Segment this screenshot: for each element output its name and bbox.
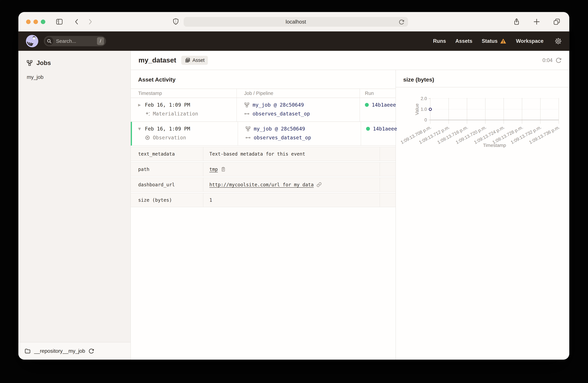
svg-text:1:09:13.720 p.m.: 1:09:13.720 p.m. <box>455 125 487 145</box>
tab-overview-icon[interactable] <box>553 18 561 26</box>
address-bar[interactable]: localhost <box>184 17 408 27</box>
table-row-observation: ▼Feb 16, 1:09 PM Observation <box>131 122 396 146</box>
search-icon <box>45 37 53 45</box>
asset-activity-title: Asset Activity <box>131 70 396 89</box>
metadata-key: path <box>131 162 203 176</box>
asset-tag[interactable]: Asset <box>181 56 208 65</box>
minimize-window-button[interactable] <box>33 20 38 24</box>
event-timestamp: Feb 16, 1:09 PM <box>145 102 190 108</box>
metadata-key: text_metadata <box>131 147 203 161</box>
observation-eye-icon <box>145 135 150 140</box>
materialization-icon <box>145 111 150 117</box>
jobs-sidebar: Jobs my_job __repository__my_job <box>18 51 131 360</box>
new-tab-icon[interactable] <box>533 18 541 26</box>
svg-text:Timestamp: Timestamp <box>483 143 506 148</box>
share-icon[interactable] <box>513 18 521 26</box>
table-row-materialization: ▶Feb 16, 1:09 PM Materialization <box>131 98 396 122</box>
metadata-row-text-metadata: text_metadata Text-based metadata for th… <box>131 147 396 161</box>
external-link-chain-icon[interactable] <box>316 182 322 187</box>
app-header: / Runs Assets Status Workspace <box>18 31 569 51</box>
col-run: Run <box>360 89 396 98</box>
metadata-value: 1 <box>209 197 212 203</box>
event-type: Observation <box>153 135 186 141</box>
svg-text:1:09:13.724 p.m.: 1:09:13.724 p.m. <box>473 125 505 145</box>
asset-tag-label: Asset <box>192 58 205 63</box>
nav-assets[interactable]: Assets <box>455 38 472 44</box>
privacy-shield-icon[interactable] <box>172 18 180 25</box>
size-bytes-chart: 01.02.01:09:13.708 p.m.1:09:13.712 p.m.1… <box>396 87 569 162</box>
metadata-row-path: path tmp <box>131 162 396 177</box>
metadata-value: Text-based metadata for this event <box>209 151 305 157</box>
activity-table-header: Timestamp Job / Pipeline Run <box>131 89 396 98</box>
settings-gear-icon[interactable] <box>555 38 562 45</box>
forward-button[interactable] <box>86 18 94 25</box>
op-icon <box>244 111 250 117</box>
sidebar-item-my-job[interactable]: my_job <box>18 74 130 80</box>
url-text: localhost <box>286 19 306 25</box>
svg-text:1:09:13.728 p.m.: 1:09:13.728 p.m. <box>491 125 524 145</box>
op-link[interactable]: observes_dataset_op <box>254 135 311 141</box>
global-search[interactable]: / <box>44 36 106 46</box>
metadata-key: dashboard_url <box>131 178 203 192</box>
search-shortcut-key: / <box>97 37 104 45</box>
path-link[interactable]: tmp <box>209 167 218 172</box>
repository-name: __repository__my_job <box>34 348 85 354</box>
asset-header: my_dataset Asset 0:04 <box>131 51 569 70</box>
svg-text:Value: Value <box>414 103 420 115</box>
svg-text:1:09:13.736 p.m.: 1:09:13.736 p.m. <box>528 125 561 145</box>
sidebar-title: Jobs <box>37 60 51 66</box>
nav-workspace[interactable]: Workspace <box>516 38 544 44</box>
job-link[interactable]: my_job @ 28c50649 <box>252 102 304 108</box>
job-fork-icon <box>244 102 250 108</box>
size-bytes-chart-pane: size (bytes) 01.02.01:09:13.708 p.m.1:09… <box>396 70 569 360</box>
asset-activity-pane: Asset Activity Timestamp Job / Pipeline … <box>131 70 396 360</box>
metadata-row-size-bytes: size (bytes) 1 <box>131 193 396 207</box>
event-timestamp: Feb 16, 1:09 PM <box>145 126 190 132</box>
chart-title: size (bytes) <box>396 70 569 87</box>
back-button[interactable] <box>73 18 81 25</box>
copy-clipboard-icon[interactable] <box>221 167 226 172</box>
svg-text:1:09:13.708 p.m.: 1:09:13.708 p.m. <box>400 125 432 145</box>
svg-text:1:09:13.712 p.m.: 1:09:13.712 p.m. <box>418 125 451 145</box>
refresh-icon[interactable] <box>556 57 562 63</box>
reload-repository-icon[interactable] <box>88 348 94 354</box>
op-icon <box>245 135 251 140</box>
refresh-timer: 0:04 <box>543 57 552 63</box>
reload-page-icon[interactable] <box>399 19 404 25</box>
fork-jobs-icon <box>26 60 33 66</box>
event-metadata-table: text_metadata Text-based metadata for th… <box>131 147 396 207</box>
asset-table-icon <box>185 58 190 63</box>
run-link[interactable]: 14b1aeee <box>373 126 397 132</box>
traffic-lights <box>26 20 45 24</box>
job-link[interactable]: my_job @ 28c50649 <box>254 126 305 132</box>
run-status-dot <box>366 127 370 131</box>
collapse-row-icon[interactable]: ▼ <box>138 127 142 131</box>
run-link[interactable]: 14b1aeee <box>372 102 396 108</box>
expand-row-icon[interactable]: ▶ <box>138 103 142 107</box>
close-window-button[interactable] <box>26 20 31 24</box>
svg-text:2.0: 2.0 <box>420 96 427 101</box>
nav-status[interactable]: Status <box>482 38 506 44</box>
dashboard-url-link[interactable]: http://mycoolsite.com/url_for_my_data <box>209 182 314 187</box>
dagster-logo[interactable] <box>26 35 39 47</box>
op-link[interactable]: observes_dataset_op <box>252 111 310 117</box>
col-job-pipeline: Job / Pipeline <box>237 89 360 98</box>
run-status-dot <box>365 103 369 107</box>
browser-toolbar: localhost <box>18 12 569 31</box>
page-title: my_dataset <box>138 56 176 64</box>
nav-runs[interactable]: Runs <box>433 38 446 44</box>
svg-text:0: 0 <box>424 118 427 122</box>
folder-icon <box>24 348 31 354</box>
sidebar-toggle-icon[interactable] <box>55 18 63 26</box>
event-type: Materialization <box>153 111 198 117</box>
col-timestamp: Timestamp <box>131 89 237 98</box>
browser-window: localhost <box>18 12 569 360</box>
svg-text:1:09:13.732 p.m.: 1:09:13.732 p.m. <box>510 125 542 145</box>
warning-triangle-icon <box>500 38 506 44</box>
search-input[interactable] <box>56 38 97 44</box>
zoom-window-button[interactable] <box>41 20 45 24</box>
dagit-app: / Runs Assets Status Workspace <box>18 31 569 360</box>
svg-text:1:09:13.716 p.m.: 1:09:13.716 p.m. <box>437 125 469 145</box>
svg-text:1.0: 1.0 <box>420 107 427 112</box>
repository-footer: __repository__my_job <box>18 342 130 360</box>
